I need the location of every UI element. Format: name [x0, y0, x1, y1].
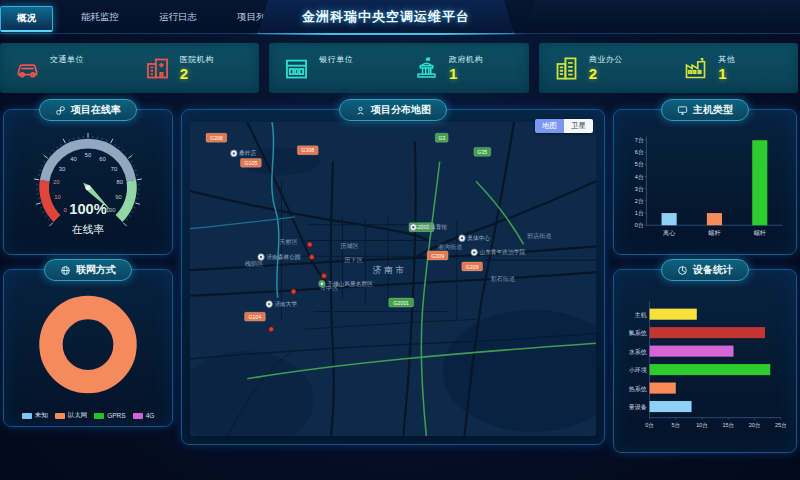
- svg-text:在线率: 在线率: [71, 224, 104, 236]
- map-marker-project[interactable]: [322, 273, 327, 278]
- stat-label: 交通单位: [50, 54, 84, 65]
- svg-text:0: 0: [64, 208, 68, 214]
- svg-text:10台: 10台: [696, 422, 708, 429]
- road-badge: G308: [206, 133, 227, 142]
- legend-swatch: [133, 413, 143, 419]
- legend-swatch: [55, 413, 65, 419]
- page-title-text: 金洲科瑞中央空调运维平台: [302, 8, 470, 26]
- svg-text:热系统: 热系统: [629, 385, 648, 393]
- map-marker-pin[interactable]: 千佛山风景名胜区: [319, 280, 373, 288]
- district-label: 天桥区: [279, 238, 298, 245]
- legend-item-ethernet[interactable]: 以太网: [55, 411, 88, 420]
- topbar-decoration: [522, 0, 800, 26]
- legend-label: GPRS: [107, 412, 125, 419]
- tab-energy-monitor[interactable]: 能耗监控: [63, 0, 137, 34]
- tab-overview[interactable]: 概况: [0, 6, 53, 32]
- svg-text:G3: G3: [438, 135, 445, 141]
- stat-transport: 交通单位: [0, 54, 130, 82]
- svg-text:G308: G308: [301, 147, 314, 153]
- svg-text:桑梓店: 桑梓店: [239, 149, 256, 156]
- center-column: 项目分布地图 地图 卫星: [181, 109, 605, 453]
- stat-bank: 银行单位: [269, 54, 399, 82]
- stat-other: 其他 1: [668, 54, 798, 82]
- district-label: 港沟街道: [438, 243, 463, 251]
- factory-icon: [682, 55, 709, 82]
- link-icon: [55, 105, 66, 116]
- tab-run-logs[interactable]: 运行日志: [141, 0, 215, 34]
- map-marker-pin[interactable]: 山东青年政治学院: [471, 248, 525, 256]
- svg-text:螺杆: 螺杆: [708, 228, 720, 235]
- stat-label: 医院机构: [180, 54, 214, 65]
- map-canvas[interactable]: G308G308G105G3G35G2001G2001G309G309G104天…: [190, 122, 596, 436]
- svg-text:100%: 100%: [69, 201, 106, 217]
- svg-text:G2001: G2001: [393, 300, 409, 306]
- map-marker-project[interactable]: [291, 289, 296, 294]
- svg-text:4台: 4台: [635, 173, 644, 179]
- svg-text:40: 40: [70, 156, 77, 162]
- svg-text:60: 60: [99, 156, 106, 162]
- person-pin-icon: [355, 105, 366, 116]
- stat-value: 1: [718, 65, 735, 82]
- satellite-layer-button[interactable]: 卫星: [564, 119, 593, 133]
- title-glow-line: [246, 33, 526, 35]
- svg-text:G309: G309: [431, 253, 444, 259]
- svg-text:G309: G309: [466, 264, 479, 270]
- district-label: 历城区: [340, 241, 359, 249]
- panel-online-rate-header: 项目在线率: [39, 99, 137, 121]
- right-column: 主机类型 0台1台2台3台4台5台6台7台离心螺杆螺杆 设备统计 0台5台10台…: [613, 109, 797, 453]
- monitor-icon: [677, 105, 688, 116]
- stat-label: 其他: [718, 54, 735, 65]
- city-label: 济南市: [373, 265, 407, 275]
- host-type-bar-chart: 0台1台2台3台4台5台6台7台离心螺杆螺杆: [620, 124, 790, 250]
- panel-map-header: 项目分布地图: [339, 99, 447, 121]
- stat-label: 商业办公: [589, 54, 623, 65]
- legend-item-gprs[interactable]: GPRS: [94, 411, 125, 420]
- svg-text:奥体中心: 奥体中心: [467, 235, 490, 241]
- legend-swatch: [22, 413, 32, 419]
- page-title: 金洲科瑞中央空调运维平台: [258, 0, 514, 34]
- stat-label: 政府机构: [449, 54, 483, 65]
- svg-text:济南大学: 济南大学: [273, 300, 297, 308]
- svg-text:离心: 离心: [663, 228, 676, 235]
- road-badge: G105: [241, 158, 262, 167]
- map-marker-pin[interactable]: 济南大学: [266, 300, 298, 308]
- main-area: 项目在线率 0102030405060708090100100%在线率 联网方式: [3, 109, 797, 453]
- map-marker-pin[interactable]: 桑梓店: [231, 149, 257, 156]
- stat-value: 2: [589, 65, 623, 82]
- stat-card-office-other: 商业办公 2 其他 1: [539, 43, 798, 93]
- svg-text:5台: 5台: [635, 161, 644, 167]
- svg-text:7台: 7台: [635, 137, 644, 143]
- district-label: 彩石街道: [490, 274, 515, 282]
- legend-item-unknown[interactable]: 未知: [22, 411, 48, 420]
- legend-item-4g[interactable]: 4G: [133, 411, 155, 420]
- dashboard-screen: 概况 能耗监控 运行日志 项目列表 视频监控 金洲科瑞中央空调运维平台 交通单位: [0, 0, 800, 480]
- svg-text:G308: G308: [210, 135, 223, 141]
- svg-text:20台: 20台: [749, 422, 761, 429]
- stat-government: 政府机构 1: [399, 54, 529, 82]
- bank-icon: [283, 55, 310, 82]
- device-stats-bar-chart: 0台5台10台15台20台25台主机氟系统水系统小环境热系统量设备: [620, 284, 790, 448]
- government-icon: [413, 55, 440, 82]
- gauge-chart: 0102030405060708090100100%在线率: [10, 124, 166, 250]
- map-marker-project[interactable]: [309, 254, 314, 259]
- map-layer-button[interactable]: 地图: [535, 119, 564, 133]
- road-badge: G308: [297, 146, 318, 155]
- svg-text:小环境: 小环境: [629, 366, 647, 374]
- road-badge: G3: [435, 133, 448, 142]
- svg-text:济南森林公园: 济南森林公园: [265, 253, 300, 261]
- district-label: 郭店街道: [527, 232, 552, 240]
- svg-text:6台: 6台: [635, 149, 644, 155]
- road-badge: G104: [245, 312, 266, 321]
- svg-text:3台: 3台: [635, 185, 644, 191]
- stat-office: 商业办公 2: [539, 54, 669, 82]
- svg-text:15台: 15台: [722, 422, 734, 429]
- map-marker-pin[interactable]: 奥体中心: [459, 235, 491, 242]
- legend-swatch: [94, 413, 104, 419]
- map-marker-project[interactable]: [307, 242, 312, 247]
- legend-label: 未知: [35, 411, 48, 420]
- svg-text:山东青年政治学院: 山东青年政治学院: [479, 248, 525, 256]
- map-marker-project[interactable]: [269, 327, 274, 332]
- svg-text:G35: G35: [477, 149, 487, 155]
- svg-text:济钢体育馆: 济钢体育馆: [418, 223, 448, 231]
- panel-online-rate: 项目在线率 0102030405060708090100100%在线率: [3, 109, 173, 255]
